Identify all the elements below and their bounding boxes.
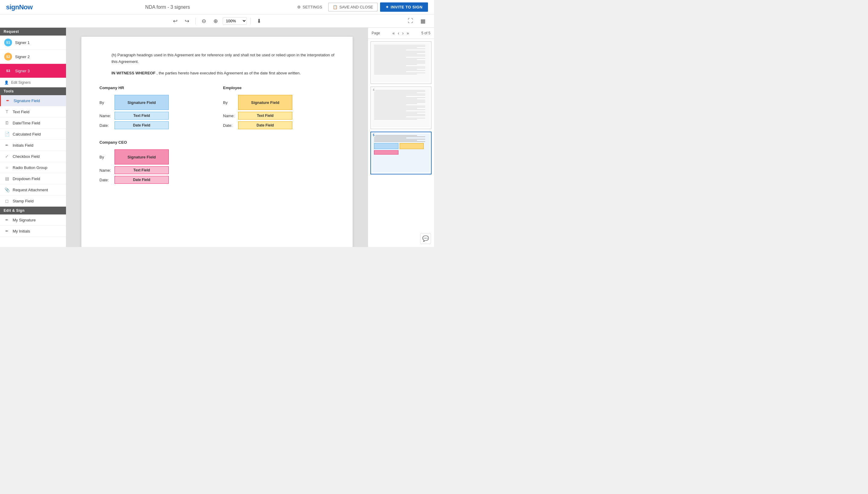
sidebar-item-dropdown-field[interactable]: ▤ Dropdown Field: [0, 173, 66, 184]
employee-signature-field[interactable]: Signature Field: [238, 95, 292, 110]
signer2-avatar: S2: [4, 53, 12, 60]
right-panel: Page « ‹ › » 5 of 5: [368, 28, 434, 247]
thumb-content-5: [372, 133, 430, 173]
main-layout: Request S1 Signer 1 S2 Signer 2 S3 Signe…: [0, 28, 434, 247]
signer1-label: Signer 1: [15, 40, 30, 45]
edit-signers-label: Edit Signers: [11, 80, 31, 84]
zoom-select[interactable]: 100% 75% 125% 150%: [223, 17, 247, 25]
logo: signNow: [6, 3, 33, 11]
by-label-ceo: By: [99, 155, 114, 159]
sidebar-item-request-attachment[interactable]: 📎 Request Attachment: [0, 184, 66, 195]
sidebar-item-signature-field[interactable]: ✒ Signature Field: [0, 95, 66, 106]
page-panel-header: Page « ‹ › » 5 of 5: [368, 28, 434, 39]
sidebar-item-my-initials[interactable]: ✒ My Initials: [0, 226, 66, 237]
sidebar-item-checkbox-field[interactable]: ✓ Checkbox Field: [0, 151, 66, 162]
sidebar-item-text-field[interactable]: T Text Field: [0, 106, 66, 117]
ceo-name-field[interactable]: Text Field: [114, 166, 169, 174]
employee-date-field[interactable]: Date Field: [238, 121, 292, 129]
view-toggle-button[interactable]: ▦: [418, 17, 428, 25]
company-hr-title: Company HR: [99, 86, 211, 90]
document-title: NDA form - 3 signers: [42, 4, 294, 10]
sidebar-item-stamp-field[interactable]: ◻ Stamp Field: [0, 195, 66, 207]
save-and-close-button[interactable]: 📋 SAVE AND CLOSE: [328, 3, 377, 12]
zoom-in-button[interactable]: ⊕: [211, 17, 220, 25]
sidebar-item-my-signature[interactable]: ✒ My Signature: [0, 214, 66, 226]
page-nav: « ‹ › »: [391, 30, 410, 36]
sidebar-item-signer2[interactable]: S2 Signer 2: [0, 50, 66, 64]
my-signature-icon: ✒: [4, 217, 10, 222]
company-hr-date-row: Date: Date Field: [99, 121, 211, 129]
sidebar-item-radio-button-group[interactable]: ○ Radio Button Group: [0, 162, 66, 173]
employee-by-row: By Signature Field: [223, 95, 335, 110]
tools-section-header: Tools: [0, 87, 66, 95]
settings-button[interactable]: ⚙ SETTINGS: [294, 3, 326, 11]
signer2-label: Signer 2: [15, 55, 30, 59]
zoom-out-button[interactable]: ⊖: [199, 17, 208, 25]
by-label-employee: By: [223, 100, 238, 105]
sidebar-item-initials-field[interactable]: ✒ Initials Field: [0, 140, 66, 151]
name-label-hr: Name:: [99, 114, 114, 118]
ceo-name-row: Name: Text Field: [99, 166, 335, 174]
download-button[interactable]: ⬇: [254, 17, 264, 25]
my-initials-icon: ✒: [4, 229, 10, 233]
company-ceo-section: Company CEO By Signature Field Name: Tex…: [99, 140, 335, 184]
radio-icon: ○: [4, 165, 10, 170]
sidebar-item-calculated-field[interactable]: 📄 Calculated Field: [0, 129, 66, 140]
date-label-employee: Date:: [223, 123, 238, 128]
header-actions: ⚙ SETTINGS 📋 SAVE AND CLOSE ✦ INVITE TO …: [294, 2, 428, 12]
stamp-field-label: Stamp Field: [13, 199, 34, 203]
chat-button[interactable]: 💬: [420, 233, 431, 244]
sidebar-item-datetime-field[interactable]: 🗓 Date/Time Field: [0, 117, 66, 129]
company-hr-signature-field[interactable]: Signature Field: [114, 95, 169, 110]
next-page-button[interactable]: ›: [401, 30, 405, 36]
ceo-signature-field[interactable]: Signature Field: [114, 149, 169, 165]
company-hr-name-field[interactable]: Text Field: [114, 112, 169, 119]
company-hr-by-row: By Signature Field: [99, 95, 211, 110]
sidebar-item-signer1[interactable]: S1 Signer 1: [0, 36, 66, 50]
paragraph-h: (h) Paragraph headings used in this Agre…: [99, 52, 335, 65]
date-label-ceo: Date:: [99, 178, 114, 182]
first-page-button[interactable]: «: [391, 30, 396, 36]
gear-icon: ⚙: [297, 5, 301, 10]
sidebar-item-signer3[interactable]: S3 Signer 3: [0, 64, 66, 78]
signature-icon: ✒: [5, 98, 11, 103]
page-indicator: 5 of 5: [421, 31, 430, 35]
dropdown-icon: ▤: [4, 176, 10, 181]
signer3-label: Signer 3: [15, 69, 30, 73]
invite-to-sign-button[interactable]: ✦ INVITE TO SIGN: [380, 2, 428, 12]
request-section-header: Request: [0, 28, 66, 36]
edit-sign-section-header: Edit & Sign: [0, 207, 66, 214]
company-hr-name-label: Text Field: [133, 114, 150, 118]
undo-button[interactable]: ↩: [171, 17, 180, 25]
ceo-by-row: By Signature Field: [99, 149, 335, 165]
page-thumb-1[interactable]: [370, 41, 431, 84]
redo-button[interactable]: ↪: [182, 17, 192, 25]
last-page-button[interactable]: »: [405, 30, 410, 36]
date-label-hr: Date:: [99, 123, 114, 128]
name-label-employee: Name:: [223, 114, 238, 118]
employee-name-field[interactable]: Text Field: [238, 112, 292, 119]
content-area: (h) Paragraph headings used in this Agre…: [66, 28, 368, 247]
edit-signers-button[interactable]: 👤 Edit Signers: [0, 78, 66, 87]
company-hr-date-field[interactable]: Date Field: [114, 121, 169, 129]
signer3-avatar: S3: [4, 67, 12, 75]
ceo-date-field[interactable]: Date Field: [114, 176, 169, 184]
calc-icon: 📄: [4, 132, 10, 136]
page-thumb-4[interactable]: 4: [370, 87, 431, 129]
employee-name-label: Text Field: [257, 114, 273, 118]
prev-page-button[interactable]: ‹: [396, 30, 401, 36]
employee-block: Employee By Signature Field Name: Text F…: [223, 86, 335, 131]
fullscreen-button[interactable]: ⛶: [405, 17, 415, 25]
person-icon: 👤: [4, 80, 9, 84]
radio-button-label: Radio Button Group: [13, 165, 47, 170]
feather-icon: ✦: [386, 5, 389, 10]
page-thumb-num-4: 4: [372, 88, 375, 92]
company-hr-name-row: Name: Text Field: [99, 112, 211, 119]
initials-field-label: Initials Field: [13, 143, 34, 148]
signature-field-label: Signature Field: [14, 98, 40, 103]
page-thumb-5[interactable]: 5: [370, 132, 431, 174]
thumb-content-1: [372, 43, 430, 82]
checkbox-field-label: Checkbox Field: [13, 154, 40, 159]
initials-icon: ✒: [4, 143, 10, 148]
my-signature-label: My Signature: [13, 218, 36, 222]
